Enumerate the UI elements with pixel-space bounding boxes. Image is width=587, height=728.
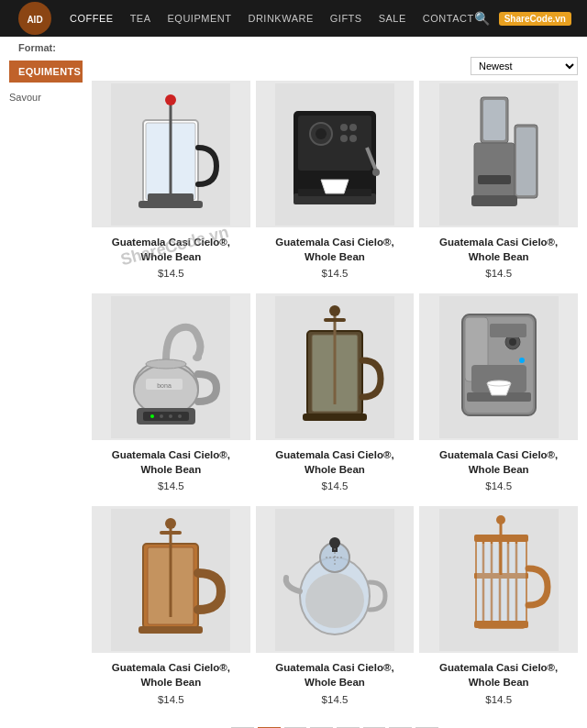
product-image-9: [419, 506, 578, 653]
svg-rect-11: [298, 116, 371, 171]
main-nav: COFFEE TEA EQUIPMENT DRINKWARE GIFTS SAL…: [70, 13, 474, 24]
savour-label: Savour: [9, 92, 92, 103]
svg-point-40: [178, 414, 182, 418]
svg-point-47: [329, 305, 340, 316]
svg-point-15: [349, 124, 357, 131]
svg-text:bona: bona: [158, 382, 172, 389]
product-name-6: Guatemala Casi Cielo®, Whole Bean: [425, 447, 572, 477]
svg-point-33: [193, 354, 202, 361]
svg-point-6: [165, 94, 176, 105]
product-price-6: $14.5: [425, 480, 572, 491]
product-name-9: Guatemala Casi Cielo®, Whole Bean: [425, 660, 572, 689]
svg-point-39: [169, 414, 172, 418]
product-price-9: $14.5: [425, 694, 572, 705]
product-name-2: Guatemala Casi Cielo®, Whole Bean: [261, 235, 409, 264]
format-label: Format:: [18, 42, 56, 53]
product-info-7: Guatemala Casi Cielo®, Whole Bean $14.5: [92, 653, 250, 713]
nav-gifts[interactable]: GIFTS: [330, 13, 362, 24]
logo[interactable]: AID: [18, 2, 51, 35]
product-info-6: Guatemala Casi Cielo®, Whole Bean $14.5: [419, 440, 578, 501]
product-image-7: [92, 506, 250, 653]
svg-point-17: [349, 135, 357, 142]
product-grid: Guatemala Casi Cielo®, Whole Bean $14.5: [92, 81, 578, 714]
nav-tea[interactable]: TEA: [130, 13, 151, 24]
svg-point-59: [519, 358, 525, 363]
product-image-3: [419, 81, 578, 227]
svg-point-13: [316, 128, 327, 139]
table-row[interactable]: Guatemala Casi Cielo®, Whole Bean $14.5: [419, 81, 578, 288]
product-price-3: $14.5: [425, 268, 572, 279]
svg-point-16: [340, 135, 348, 142]
table-row[interactable]: Guatemala Casi Cielo®, Whole Bean $14.5: [92, 506, 250, 713]
product-section: ShareCode.vn Newest Oldest Price Low to …: [92, 53, 578, 728]
product-info-4: Guatemala Casi Cielo®, Whole Bean $14.5: [92, 440, 250, 501]
sidebar: EQUIMENTS Savour: [9, 53, 92, 728]
table-row[interactable]: Guatemala Casi Cielo®, Whole Bean $14.5: [92, 81, 250, 288]
product-info-5: Guatemala Casi Cielo®, Whole Bean $14.5: [256, 440, 415, 501]
product-name-5: Guatemala Casi Cielo®, Whole Bean: [261, 447, 409, 477]
product-image-8: [256, 506, 415, 653]
product-price-2: $14.5: [261, 268, 409, 279]
table-row[interactable]: Guatemala Casi Cielo®, Whole Bean $14.5: [256, 506, 415, 713]
product-info-8: Guatemala Casi Cielo®, Whole Bean $14.5: [256, 653, 415, 713]
svg-point-14: [340, 124, 348, 131]
main-layout: EQUIMENTS Savour ShareCode.vn Newest Old…: [0, 53, 587, 728]
svg-point-65: [165, 518, 176, 529]
product-price-1: $14.5: [97, 268, 245, 279]
product-name-3: Guatemala Casi Cielo®, Whole Bean: [425, 235, 572, 264]
product-name-1: Guatemala Casi Cielo®, Whole Bean: [97, 235, 245, 264]
svg-rect-29: [478, 175, 511, 184]
svg-point-88: [496, 515, 505, 524]
svg-text:AID: AID: [27, 15, 42, 25]
svg-rect-28: [471, 195, 517, 206]
product-name-8: Guatemala Casi Cielo®, Whole Bean: [261, 660, 409, 689]
svg-rect-67: [138, 626, 203, 634]
product-image-5: [256, 293, 415, 440]
product-info-1: Guatemala Casi Cielo®, Whole Bean $14.5: [92, 227, 250, 288]
svg-point-19: [372, 169, 380, 176]
product-name-4: Guatemala Casi Cielo®, Whole Bean: [97, 447, 245, 477]
header: AID COFFEE TEA EQUIPMENT DRINKWARE GIFTS…: [0, 0, 587, 37]
product-price-7: $14.5: [97, 694, 245, 705]
nav-drinkware[interactable]: DRINKWARE: [248, 13, 313, 24]
svg-rect-84: [474, 621, 528, 628]
sort-bar: Newest Oldest Price Low to High Price Hi…: [92, 53, 578, 81]
product-image-4: bona: [92, 293, 250, 440]
svg-rect-36: [143, 412, 189, 421]
product-price-8: $14.5: [261, 694, 409, 705]
nav-coffee[interactable]: COFFEE: [70, 13, 114, 24]
subheader: Format:: [0, 37, 587, 53]
svg-point-37: [150, 414, 154, 418]
equiments-filter-button[interactable]: EQUIMENTS: [9, 61, 83, 83]
nav-contact[interactable]: CONTACT: [423, 13, 474, 24]
svg-point-73: [305, 573, 364, 628]
svg-point-34: [146, 359, 186, 369]
svg-rect-60: [490, 324, 526, 337]
svg-rect-25: [474, 143, 515, 198]
svg-point-56: [487, 381, 511, 386]
svg-point-38: [160, 414, 163, 418]
product-name-7: Guatemala Casi Cielo®, Whole Bean: [97, 660, 245, 689]
sort-select[interactable]: Newest Oldest Price Low to High Price Hi…: [471, 57, 578, 75]
nav-sale[interactable]: SALE: [379, 13, 406, 24]
header-right: 🔍 ShareCode.vn: [474, 11, 571, 26]
product-image-1: [92, 81, 250, 227]
sharecode-badge: ShareCode.vn: [499, 12, 571, 26]
svg-rect-27: [516, 127, 536, 195]
product-info-2: Guatemala Casi Cielo®, Whole Bean $14.5: [256, 227, 415, 288]
nav-equipment[interactable]: EQUIPMENT: [168, 13, 232, 24]
product-price-5: $14.5: [261, 480, 409, 491]
product-info-3: Guatemala Casi Cielo®, Whole Bean $14.5: [419, 227, 578, 288]
svg-rect-49: [303, 414, 367, 421]
product-image-6: [419, 293, 578, 440]
svg-rect-8: [148, 193, 194, 204]
table-row[interactable]: bona Guatemala Casi Cielo®, Whole Bean $…: [92, 293, 250, 501]
table-row[interactable]: Guatemala Casi Cielo®, Whole Bean $14.5: [419, 506, 578, 713]
product-image-2: [256, 81, 415, 227]
table-row[interactable]: Guatemala Casi Cielo®, Whole Bean $14.5: [256, 81, 415, 288]
svg-point-58: [509, 338, 516, 346]
product-info-9: Guatemala Casi Cielo®, Whole Bean $14.5: [419, 653, 578, 713]
table-row[interactable]: Guatemala Casi Cielo®, Whole Bean $14.5: [419, 293, 578, 501]
search-icon[interactable]: 🔍: [474, 11, 490, 26]
table-row[interactable]: Guatemala Casi Cielo®, Whole Bean $14.5: [256, 293, 415, 501]
